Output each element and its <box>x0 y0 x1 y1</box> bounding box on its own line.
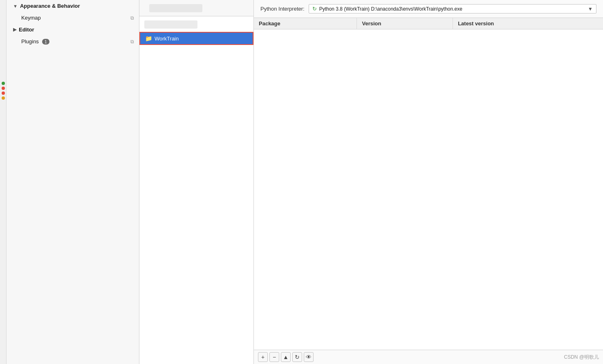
col-latest: Latest version <box>453 18 603 29</box>
edge-dot-yellow <box>2 96 5 100</box>
arrow-icon: ▼ <box>13 4 18 9</box>
sidebar-label: Appearance & Behavior <box>20 3 80 9</box>
project-item-blurred <box>144 20 197 29</box>
up-package-button[interactable]: ▲ <box>281 352 291 362</box>
interpreter-chevron-icon: ▼ <box>588 6 593 12</box>
bottom-toolbar: + − ▲ ↻ 👁 CSDN @明歌儿 <box>254 350 603 364</box>
table-header-row: Package Version Latest version <box>254 18 603 29</box>
remove-package-button[interactable]: − <box>269 352 279 362</box>
worktrain-project-item[interactable]: 📁 WorkTrain <box>139 32 253 45</box>
interpreter-refresh-icon: ↻ <box>312 6 317 12</box>
folder-icon: 📁 <box>145 35 152 42</box>
edge-dot-green <box>2 82 5 85</box>
project-panel: 📁 WorkTrain <box>139 0 254 364</box>
col-version: Version <box>357 18 453 29</box>
interpreter-value: Python 3.8 (WorkTrain) D:\anaconda3\envs… <box>319 6 462 12</box>
arrow-icon: ▶ <box>13 27 16 32</box>
interpreter-header: Python Interpreter: ↻ Python 3.8 (WorkTr… <box>254 0 603 18</box>
center-panel-header <box>139 0 253 16</box>
eye-packages-button[interactable]: 👁 <box>304 352 314 362</box>
interpreter-dropdown[interactable]: ↻ Python 3.8 (WorkTrain) D:\anaconda3\en… <box>309 4 596 13</box>
main-content-panel: Python Interpreter: ↻ Python 3.8 (WorkTr… <box>254 0 603 364</box>
settings-sidebar: ▼Appearance & BehaviorKeymap⧉▶EditorPlug… <box>7 0 139 364</box>
interpreter-label: Python Interpreter: <box>260 6 305 12</box>
sidebar-item-editor[interactable]: ▶Editor <box>7 24 139 36</box>
badge: 1 <box>42 39 49 45</box>
left-edge-panel <box>0 0 7 364</box>
edge-dot-red2 <box>2 92 5 95</box>
edge-dot-red <box>2 87 5 90</box>
col-package: Package <box>254 18 357 29</box>
refresh-packages-button[interactable]: ↻ <box>292 352 302 362</box>
sidebar-label: Plugins <box>21 38 39 45</box>
sidebar-item-plugins[interactable]: Plugins1⧉ <box>7 36 139 47</box>
sidebar-label: Editor <box>19 27 34 33</box>
package-table-wrap: Package Version Latest version <box>254 18 603 350</box>
sidebar-label: Keymap <box>21 15 41 21</box>
sidebar-item-keymap[interactable]: Keymap⧉ <box>7 12 139 24</box>
add-package-button[interactable]: + <box>258 352 268 362</box>
copy-icon: ⧉ <box>130 39 134 45</box>
package-table: Package Version Latest version <box>254 18 603 29</box>
project-header-blurred <box>149 4 202 12</box>
sidebar-item-appearance[interactable]: ▼Appearance & Behavior <box>7 0 139 12</box>
project-name-label: WorkTrain <box>155 36 179 42</box>
watermark-label: CSDN @明歌儿 <box>564 354 599 361</box>
copy-icon: ⧉ <box>130 15 134 21</box>
